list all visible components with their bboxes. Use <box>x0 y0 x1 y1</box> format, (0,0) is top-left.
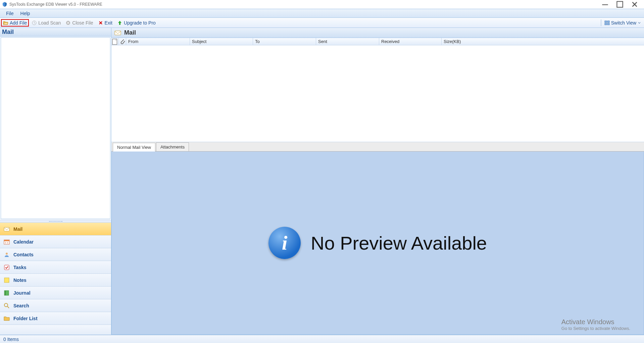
folder-open-icon <box>3 20 8 26</box>
window-title: SysTools Exchange EDB Viewer v5.0 - FREE… <box>9 2 598 7</box>
maximize-button[interactable] <box>612 0 627 9</box>
search-icon <box>3 302 10 309</box>
menubar: File Help <box>0 9 644 18</box>
svg-point-13 <box>6 253 8 255</box>
svg-rect-17 <box>5 291 6 295</box>
svg-rect-20 <box>112 39 117 45</box>
mail-icon <box>3 226 10 232</box>
close-file-button[interactable]: Close File <box>63 19 95 27</box>
toolbar: Add File Load Scan Close File Exit Upgra… <box>0 18 644 28</box>
close-file-label: Close File <box>72 20 93 26</box>
nav-footer <box>0 325 111 335</box>
col-from[interactable]: From <box>126 38 190 45</box>
preview-tabbar: Normal Mail View Attachments <box>111 142 644 152</box>
chevron-down-icon <box>638 20 641 26</box>
splitter-gripper[interactable] <box>0 220 111 222</box>
nav-notes[interactable]: Notes <box>0 273 111 286</box>
statusbar: 0 Items <box>0 335 644 343</box>
folder-icon <box>3 315 10 322</box>
svg-rect-1 <box>617 1 623 7</box>
svg-rect-7 <box>607 23 609 25</box>
svg-rect-6 <box>605 23 607 25</box>
nav-mail[interactable]: Mail <box>0 222 111 235</box>
right-header-label: Mail <box>124 29 136 36</box>
col-attachment-icon[interactable] <box>119 38 126 45</box>
svg-rect-5 <box>607 21 609 23</box>
svg-rect-4 <box>605 21 607 23</box>
load-scan-icon <box>32 20 37 26</box>
nav-contacts[interactable]: Contacts <box>0 248 111 261</box>
exit-icon <box>98 20 103 26</box>
load-scan-label: Load Scan <box>38 20 61 26</box>
exit-label: Exit <box>105 20 112 26</box>
windows-watermark: Activate Windows Go to Settings to activ… <box>561 318 630 331</box>
left-panel-header: Mail <box>0 28 111 37</box>
menu-help[interactable]: Help <box>17 10 34 17</box>
add-file-label: Add File <box>10 20 27 26</box>
col-item-icon[interactable] <box>111 38 119 45</box>
journal-icon <box>3 290 10 296</box>
tab-attachments[interactable]: Attachments <box>156 142 189 151</box>
nav-notes-label: Notes <box>13 277 27 283</box>
svg-rect-16 <box>4 291 9 295</box>
col-to[interactable]: To <box>253 38 316 45</box>
nav-search-label: Search <box>13 303 29 308</box>
svg-rect-19 <box>115 31 121 35</box>
svg-rect-14 <box>4 265 9 270</box>
preview-message: No Preview Available <box>311 232 487 254</box>
grid-body[interactable] <box>111 45 644 142</box>
nav-tasks-label: Tasks <box>13 265 27 270</box>
minimize-button[interactable] <box>598 0 612 9</box>
svg-rect-8 <box>4 227 9 231</box>
watermark-line2: Go to Settings to activate Windows. <box>561 326 630 331</box>
nav-calendar[interactable]: Calendar <box>0 235 111 248</box>
tasks-icon <box>3 264 10 271</box>
right-panel: Mail From Subject To Sent Received Size(… <box>111 28 644 335</box>
svg-rect-10 <box>4 240 9 241</box>
col-sent[interactable]: Sent <box>316 38 379 45</box>
switch-view-label: Switch View <box>611 20 636 26</box>
calendar-icon <box>3 239 10 245</box>
nav-list: Mail Calendar Contacts Tasks Notes Journ… <box>0 222 111 325</box>
nav-folder-list[interactable]: Folder List <box>0 312 111 325</box>
nav-search[interactable]: Search <box>0 299 111 312</box>
nav-calendar-label: Calendar <box>13 239 34 245</box>
status-items: 0 Items <box>3 337 19 342</box>
nav-tasks[interactable]: Tasks <box>0 261 111 273</box>
watermark-line1: Activate Windows <box>561 318 630 326</box>
switch-view-button[interactable]: Switch View <box>602 19 643 27</box>
svg-rect-15 <box>4 278 9 283</box>
close-file-icon <box>65 20 71 26</box>
mail-header-icon <box>114 29 121 37</box>
main: Mail Mail Calendar Contacts Tasks Not <box>0 28 644 335</box>
info-icon: i <box>268 227 301 259</box>
col-subject[interactable]: Subject <box>190 38 253 45</box>
close-button[interactable] <box>627 0 642 9</box>
exit-button[interactable]: Exit <box>96 19 114 27</box>
svg-rect-0 <box>602 4 608 5</box>
nav-journal[interactable]: Journal <box>0 286 111 299</box>
col-received[interactable]: Received <box>379 38 442 45</box>
folder-tree[interactable] <box>1 37 110 219</box>
tab-normal-view[interactable]: Normal Mail View <box>113 143 155 152</box>
grid-header: From Subject To Sent Received Size(KB) <box>111 38 644 45</box>
window-controls <box>598 0 642 9</box>
upgrade-icon <box>117 20 122 26</box>
upgrade-button[interactable]: Upgrade to Pro <box>115 19 158 27</box>
switch-view-icon <box>604 20 610 26</box>
add-file-button[interactable]: Add File <box>1 19 29 27</box>
left-panel: Mail Mail Calendar Contacts Tasks Not <box>0 28 111 335</box>
right-header: Mail <box>111 28 644 38</box>
col-size[interactable]: Size(KB) <box>442 38 644 45</box>
menu-file[interactable]: File <box>3 10 17 17</box>
notes-icon <box>3 277 10 284</box>
load-scan-button[interactable]: Load Scan <box>30 19 63 27</box>
nav-mail-label: Mail <box>13 226 22 232</box>
nav-contacts-label: Contacts <box>13 252 34 257</box>
nav-folder-list-label: Folder List <box>13 316 38 321</box>
app-icon <box>2 2 7 7</box>
preview-pane: i No Preview Available Activate Windows … <box>111 152 644 335</box>
contacts-icon <box>3 251 10 258</box>
titlebar: SysTools Exchange EDB Viewer v5.0 - FREE… <box>0 0 644 9</box>
svg-point-18 <box>4 303 8 307</box>
